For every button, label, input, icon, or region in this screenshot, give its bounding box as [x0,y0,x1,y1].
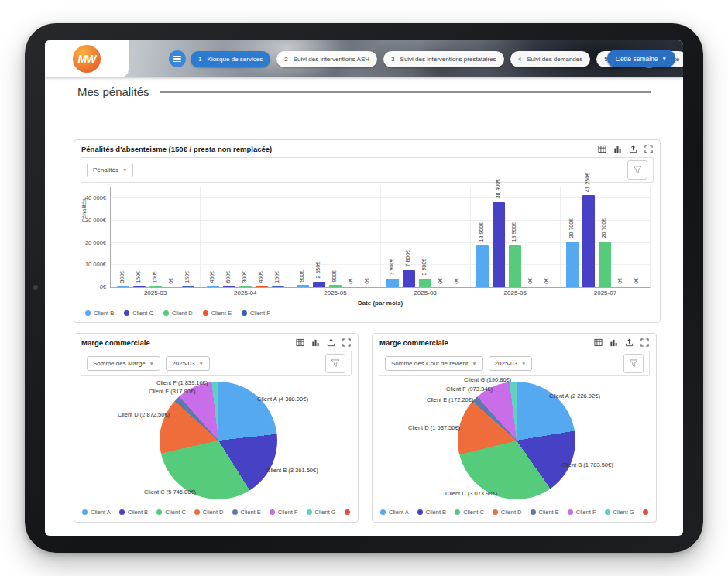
funnel-icon [331,359,340,368]
legend-label: Client E [211,310,232,317]
panel-title: Marge commerciale [379,338,448,347]
metric-dropdown[interactable]: Pénalités▼ [87,163,133,177]
legend-item[interactable]: Client A [82,509,111,516]
camera-dot [33,285,38,290]
bar[interactable] [582,195,595,287]
legend-item[interactable]: Client E [232,509,261,516]
bar[interactable] [117,286,129,288]
legend-item[interactable]: Client F [568,509,596,516]
legend-item[interactable]: Client F [242,310,270,317]
legend-item[interactable]: Client D [194,509,224,516]
month-dropdown[interactable]: 2025-03▼ [489,356,533,371]
bar[interactable] [182,286,194,288]
funnel-icon [629,359,638,368]
filter-button[interactable] [325,354,345,373]
bar[interactable] [313,282,325,287]
legend-item[interactable] [345,509,350,515]
legend-dot [605,509,610,515]
legend-item[interactable]: Client C [455,509,484,516]
bar-chart-icon[interactable] [311,338,320,347]
bar[interactable] [223,286,235,287]
nav-tab[interactable]: 1 - Kiosque de services [191,51,270,67]
bar-column: 18 900€ [509,187,521,287]
table-icon[interactable] [598,145,606,153]
legend-item[interactable]: Client F [270,509,298,516]
legend-item[interactable]: Client C [124,310,153,317]
export-icon[interactable] [629,145,637,153]
bar[interactable] [509,245,521,287]
bar-chart-icon[interactable] [610,338,618,347]
bar[interactable] [272,286,284,288]
logo-card[interactable]: MW [45,40,129,77]
bar-legend: Client BClient CClient DClient EClient F [85,310,270,317]
legend-label: Client B [94,310,114,317]
filter-button[interactable] [627,160,647,180]
bar[interactable] [207,286,219,288]
fullscreen-icon[interactable] [342,338,351,347]
pie-legend: Client AClient BClient CClient DClient E… [380,509,648,516]
bar-value-label: 2 550€ [315,262,321,278]
bar[interactable] [403,270,415,287]
table-icon[interactable] [296,338,304,347]
legend-item[interactable]: Client E [203,310,232,317]
fullscreen-icon[interactable] [640,338,649,347]
legend-dot [417,509,423,515]
export-icon[interactable] [327,338,335,347]
metric-dropdown[interactable]: Somme des Marge▼ [87,356,160,371]
bar[interactable] [133,286,146,288]
legend-dot [270,509,275,515]
bar-value-label: 18 900€ [511,222,517,242]
y-tick-label: 10 000€ [85,261,106,268]
bar[interactable] [297,285,309,287]
pie-slice-label: Client B (3 361.50€) [266,467,318,474]
bar[interactable] [476,245,489,287]
bar-chart-icon[interactable] [613,145,622,153]
legend-item[interactable]: Client E [531,509,559,516]
legend-item[interactable]: Client G [307,509,336,516]
legend-label: Client C [463,509,484,516]
legend-label: Client D [203,509,224,516]
legend-item[interactable]: Client A [380,509,409,516]
logo: MW [73,45,101,73]
bar-value-label: 900€ [331,270,337,283]
bar[interactable] [239,286,252,288]
bar-value-label: 0€ [634,278,639,284]
bar-column: 450€ [256,187,268,287]
nav-tab[interactable]: 4 - Suivi des demandes [510,51,591,67]
bar[interactable] [493,202,505,287]
legend-item[interactable]: Client C [156,509,186,516]
month-dropdown[interactable]: 2025-03▼ [166,356,210,371]
legend-item[interactable] [643,509,648,515]
legend-item[interactable]: Client D [163,310,193,317]
legend-item[interactable]: Client B [119,509,148,516]
panel-title: Marge commerciale [81,338,150,347]
period-selector[interactable]: Cette semaine ▼ [607,50,675,67]
legend-item[interactable]: Client G [605,509,634,516]
fullscreen-icon[interactable] [644,145,653,153]
bar[interactable] [566,242,579,288]
bar[interactable] [329,285,342,287]
filter-button[interactable] [623,354,644,373]
legend-dot [568,509,573,515]
bar[interactable] [419,279,431,287]
nav-tab[interactable]: 2 - Suivi des interventions ASH [276,51,377,67]
bar[interactable] [149,286,162,288]
legend-item[interactable]: Client B [85,310,114,317]
legend-item[interactable]: Client D [493,509,522,516]
metric-dropdown[interactable]: Somme des Coût de revient▼ [385,356,483,371]
bar-value-label: 18 900€ [479,222,484,242]
top-nav: MW 1 - Kiosque de services2 - Suivi des … [45,40,683,77]
bar-group: 900€2 550€900€0€0€2025-05 [290,187,379,287]
bar[interactable] [256,286,268,288]
bar[interactable] [599,242,611,288]
legend-item[interactable]: Client B [417,509,446,516]
nav-tab[interactable]: 3 - Suivi des interventions prestataires [383,51,504,67]
legend-dot [232,509,238,515]
y-tick-label: 20 000€ [85,239,106,246]
bar[interactable] [386,279,399,287]
bar-value-label: 20 700€ [601,218,606,238]
legend-label: Client B [426,509,446,516]
export-icon[interactable] [625,338,634,347]
hamburger-icon[interactable] [169,50,186,67]
table-icon[interactable] [594,338,603,347]
